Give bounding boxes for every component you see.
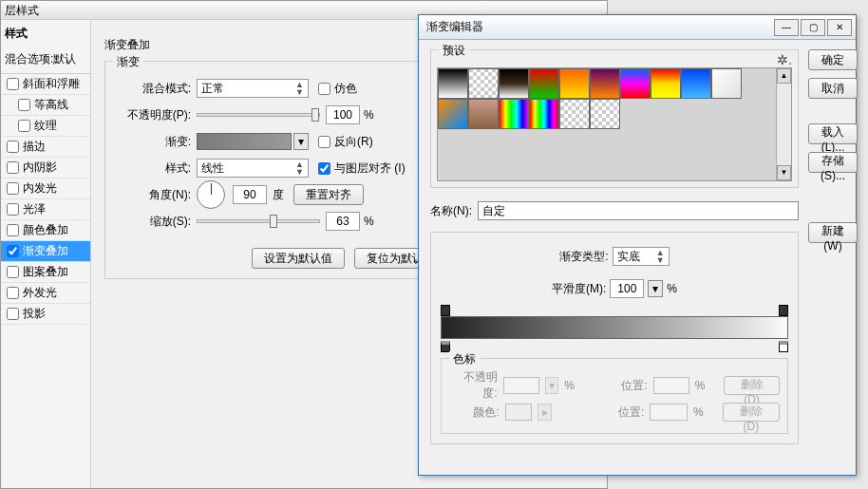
presets-scrollbar[interactable]: ▲ ▼	[776, 68, 791, 180]
preset-swatch[interactable]	[681, 68, 711, 99]
sidebar-item-stroke[interactable]: 描边	[1, 137, 90, 158]
gradient-dropdown-button[interactable]: ▾	[293, 133, 309, 150]
smooth-input[interactable]	[610, 279, 644, 298]
gradient-editor-titlebar[interactable]: 渐变编辑器 — ▢ ✕	[419, 15, 856, 40]
name-input[interactable]	[478, 201, 799, 220]
reverse-checkbox[interactable]	[318, 136, 330, 148]
smooth-dropdown-button[interactable]: ▾	[648, 280, 663, 297]
preset-swatch[interactable]	[590, 68, 620, 99]
presets-legend: 预设	[439, 43, 469, 59]
preset-swatch[interactable]	[499, 68, 529, 99]
ok-button[interactable]: 确定	[808, 49, 858, 70]
load-button[interactable]: 载入(L)...	[808, 123, 858, 144]
angle-input[interactable]	[233, 185, 267, 204]
outer-glow-checkbox[interactable]	[7, 287, 19, 299]
preset-swatch[interactable]	[468, 99, 499, 129]
preset-swatch[interactable]	[651, 68, 681, 99]
sidebar-item-drop-shadow[interactable]: 投影	[1, 304, 90, 325]
preset-swatch[interactable]	[529, 68, 559, 99]
save-button[interactable]: 存储(S)...	[808, 152, 858, 173]
minimize-button[interactable]: —	[774, 19, 799, 36]
texture-checkbox[interactable]	[18, 120, 30, 132]
style-select[interactable]: 线性▲▼	[197, 159, 309, 178]
angle-dial[interactable]	[197, 180, 225, 209]
style-label: 样式:	[115, 160, 191, 177]
color-stops-legend: 色标	[449, 351, 480, 367]
preset-swatch[interactable]	[711, 68, 742, 99]
gradient-track[interactable]	[441, 316, 788, 339]
drop-shadow-checkbox[interactable]	[7, 308, 19, 320]
scale-slider-thumb[interactable]	[270, 215, 277, 228]
reverse-checkbox-wrap[interactable]: 反向(R)	[318, 134, 373, 150]
sidebar-item-inner-shadow[interactable]: 内阴影	[1, 158, 90, 179]
cancel-button[interactable]: 取消	[808, 78, 858, 99]
scroll-down-icon[interactable]: ▼	[777, 165, 791, 180]
sidebar-item-pattern-overlay[interactable]: 图案叠加	[1, 262, 90, 283]
stroke-checkbox[interactable]	[7, 141, 19, 153]
align-checkbox[interactable]	[318, 162, 330, 175]
pattern-overlay-checkbox[interactable]	[7, 266, 19, 278]
preset-swatch[interactable]	[529, 99, 559, 129]
scale-pct: %	[364, 215, 374, 228]
bevel-checkbox[interactable]	[7, 78, 19, 90]
preset-swatch[interactable]	[438, 68, 468, 99]
scale-slider[interactable]	[197, 219, 320, 223]
preset-swatch[interactable]	[438, 99, 468, 129]
preset-swatch[interactable]	[499, 99, 529, 129]
opacity-label: 不透明度(P):	[115, 107, 191, 123]
set-default-button[interactable]: 设置为默认值	[252, 248, 345, 269]
cs-delete-color-button: 删除(D)	[723, 403, 780, 422]
gear-icon[interactable]: ✲.	[777, 52, 792, 67]
sidebar-item-texture[interactable]: 纹理	[1, 116, 90, 137]
opacity-stop[interactable]	[779, 305, 788, 316]
scroll-up-icon[interactable]: ▲	[777, 68, 791, 84]
new-button[interactable]: 新建(W)	[808, 222, 858, 243]
preset-swatch[interactable]	[590, 99, 620, 129]
cs-opacity-dropdown: ▾	[545, 377, 559, 394]
reset-align-button[interactable]: 重置对齐	[293, 184, 364, 205]
sidebar-item-satin[interactable]: 光泽	[1, 199, 90, 220]
align-checkbox-wrap[interactable]: 与图层对齐 (I)	[318, 160, 406, 177]
opacity-slider-thumb[interactable]	[311, 108, 319, 122]
preset-swatch[interactable]	[559, 99, 590, 129]
sidebar-header: 样式	[1, 20, 90, 47]
preset-swatch[interactable]	[559, 68, 590, 99]
scale-label: 缩放(S):	[115, 214, 191, 230]
styles-sidebar: 样式 混合选项:默认 斜面和浮雕 等高线 纹理 描边 内阴影 内发光 光泽 颜色…	[1, 20, 91, 488]
preset-swatch[interactable]	[468, 68, 499, 99]
blend-mode-select[interactable]: 正常▲▼	[197, 79, 309, 98]
type-select[interactable]: 实底▲▼	[613, 247, 670, 266]
opacity-slider[interactable]	[197, 113, 320, 117]
blend-mode-label: 混合模式:	[115, 81, 191, 97]
gradient-settings: 渐变类型: 实底▲▼ 平滑度(M): ▾ %	[430, 232, 799, 444]
sidebar-blending-options[interactable]: 混合选项:默认	[1, 47, 90, 74]
contour-checkbox[interactable]	[18, 99, 30, 111]
sidebar-item-bevel[interactable]: 斜面和浮雕	[1, 74, 90, 95]
opacity-input[interactable]	[326, 105, 360, 124]
opacity-stop[interactable]	[441, 305, 450, 316]
cs-opacity-input	[503, 377, 539, 394]
preset-swatch[interactable]	[620, 68, 651, 99]
color-stop[interactable]	[779, 341, 788, 352]
name-label: 名称(N):	[430, 203, 472, 219]
dither-checkbox-wrap[interactable]: 仿色	[318, 81, 357, 97]
gradient-overlay-checkbox[interactable]	[7, 245, 19, 257]
gradient-editor-dialog: 渐变编辑器 — ▢ ✕ 预设 ✲.	[418, 14, 857, 476]
sidebar-item-contour[interactable]: 等高线	[1, 95, 90, 116]
dither-checkbox[interactable]	[318, 83, 330, 95]
sidebar-item-outer-glow[interactable]: 外发光	[1, 283, 90, 304]
scroll-track[interactable]	[777, 84, 791, 165]
inner-glow-checkbox[interactable]	[7, 182, 19, 195]
satin-checkbox[interactable]	[7, 203, 19, 216]
scale-input[interactable]	[326, 212, 360, 231]
cs-pct: %	[693, 405, 704, 419]
gradient-preview[interactable]	[197, 133, 292, 150]
sidebar-item-color-overlay[interactable]: 颜色叠加	[1, 220, 90, 241]
color-overlay-checkbox[interactable]	[7, 224, 19, 236]
sidebar-item-inner-glow[interactable]: 内发光	[1, 179, 90, 199]
close-button[interactable]: ✕	[827, 19, 852, 36]
inner-shadow-checkbox[interactable]	[7, 161, 19, 174]
maximize-button[interactable]: ▢	[801, 19, 825, 36]
sidebar-item-gradient-overlay[interactable]: 渐变叠加	[1, 241, 90, 262]
cs-delete-opacity-button: 删除(D)	[724, 376, 780, 395]
